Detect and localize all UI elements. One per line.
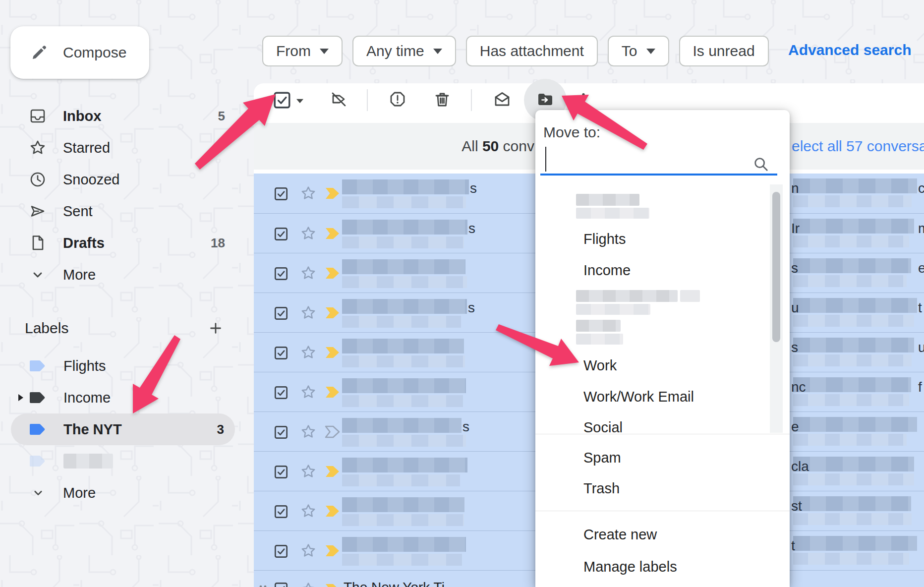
more-options-icon[interactable] [574,90,593,111]
row-star-icon[interactable] [299,542,317,560]
filter-chip-any-time[interactable]: Any time [352,36,456,66]
menu-divider [535,511,790,511]
sidebar-item-starred[interactable]: Starred [0,132,235,164]
select-dropdown-caret[interactable] [293,94,306,109]
sidebar-item-snoozed[interactable]: Snoozed [0,164,235,195]
row-star-icon[interactable] [299,463,317,480]
row-checkbox[interactable] [274,385,289,400]
sidebar-item-more[interactable]: More [0,259,235,291]
row-star-icon[interactable] [299,184,317,202]
gmail-move-to-screenshot: Compose Inbox5StarredSnoozedSentDrafts18… [0,0,924,587]
row-checkbox[interactable] [274,306,289,321]
drag-handle-icon[interactable] [258,583,269,587]
row-checkbox[interactable] [274,582,289,587]
move-to-item-blurred[interactable] [535,288,768,319]
blurred-subject-text [793,178,917,193]
row-checkbox[interactable] [274,465,289,479]
scrollbar-thumb[interactable] [772,192,780,342]
importance-marker-icon [324,582,342,587]
sidebar-label-flights[interactable]: Flights [0,350,235,382]
move-to-item-label: Flights [583,231,626,247]
row-checkbox[interactable] [274,544,289,559]
blurred-sender-text [342,220,467,235]
add-label-icon[interactable] [207,320,224,337]
move-to-action-label: Create new [583,527,657,543]
delete-icon[interactable] [433,90,452,109]
snippet-text-fragment: t [918,300,922,316]
expander-icon[interactable] [15,392,26,403]
remove-label-icon[interactable] [329,90,348,109]
blurred-sender-text [342,497,464,512]
sidebar-label-blurred[interactable] [0,445,235,477]
move-to-icon[interactable] [536,90,555,111]
search-filter-chips: FromAny timeHas attachmentToIs unread [262,36,769,66]
snippet-text-fragment: e [918,260,924,276]
row-star-icon[interactable] [299,344,317,361]
move-to-item-trash[interactable]: Trash [535,473,768,504]
blurred-snippet-text [342,554,462,566]
move-to-title: Move to: [543,124,600,141]
row-star-icon[interactable] [299,225,317,242]
subject-text-fragment: cla [791,459,809,474]
mark-read-icon[interactable] [493,90,512,109]
row-checkbox[interactable] [274,425,289,440]
sidebar-item-count: 18 [211,235,225,251]
move-to-action-create-new[interactable]: Create new [535,519,768,550]
sidebar-item-count: 5 [218,109,225,124]
importance-marker-icon [324,424,342,440]
compose-label: Compose [63,44,126,61]
filter-chip-has-attachment[interactable]: Has attachment [466,36,598,66]
chip-label: To [622,43,637,59]
report-spam-icon[interactable] [388,90,407,109]
row-star-icon[interactable] [299,423,317,441]
sidebar-item-drafts[interactable]: Drafts18 [0,227,235,259]
sidebar-label-income[interactable]: Income [0,382,235,413]
blurred-snippet-text [342,236,464,248]
row-star-icon[interactable] [299,264,317,282]
importance-marker-icon [324,384,342,400]
row-checkbox[interactable] [274,227,289,241]
move-to-action-manage-labels[interactable]: Manage labels [535,551,768,582]
clock-icon [28,170,47,189]
sidebar-item-label: Drafts [63,235,211,251]
row-star-icon[interactable] [299,502,317,520]
blurred-label-text [576,304,650,315]
move-to-item-work[interactable]: Work [535,350,768,381]
blurred-subject-text [793,219,914,234]
blurred-subject-text [793,377,911,392]
menu-divider [535,434,790,434]
row-star-icon[interactable] [299,304,317,322]
sidebar-item-inbox[interactable]: Inbox5 [0,100,235,132]
row-checkbox[interactable] [274,266,289,281]
label-tag-icon [28,358,47,374]
filter-chip-is-unread[interactable]: Is unread [679,36,769,66]
row-checkbox[interactable] [274,346,289,360]
move-to-item-spam[interactable]: Spam [535,442,768,473]
move-to-item-income[interactable]: Income [535,255,768,286]
move-to-item-blurred[interactable] [535,318,768,349]
compose-button[interactable]: Compose [10,26,149,79]
sidebar-label-the-nyt[interactable]: The NYT3 [0,413,235,445]
move-to-item-work-work-email[interactable]: Work/Work Email [535,381,768,412]
labels-header: Labels [0,312,235,344]
sidebar-label-text: The NYT [63,421,217,438]
blurred-snippet-text [793,513,912,525]
row-star-icon[interactable] [299,581,317,587]
filter-chip-from[interactable]: From [262,36,343,66]
move-to-item-label: Work/Work Email [583,389,694,405]
row-checkbox[interactable] [274,504,289,519]
filter-chip-to[interactable]: To [608,36,669,66]
row-star-icon[interactable] [299,383,317,401]
select-all-conversations-link[interactable]: elect all 57 conversati [792,123,924,170]
sidebar-item-sent[interactable]: Sent [0,195,235,227]
move-to-item-blurred[interactable] [535,192,768,223]
row-checkbox[interactable] [274,186,289,201]
sender-text-fragment: s [468,300,475,316]
select-all-checkbox[interactable] [273,91,291,110]
advanced-search-link[interactable]: Advanced search [788,42,911,59]
move-to-item-flights[interactable]: Flights [535,224,768,254]
move-to-item-social[interactable]: Social [535,412,768,433]
sidebar-label-more[interactable]: More [0,477,235,509]
move-to-search-input[interactable] [544,146,754,173]
blurred-snippet-text [342,355,465,367]
